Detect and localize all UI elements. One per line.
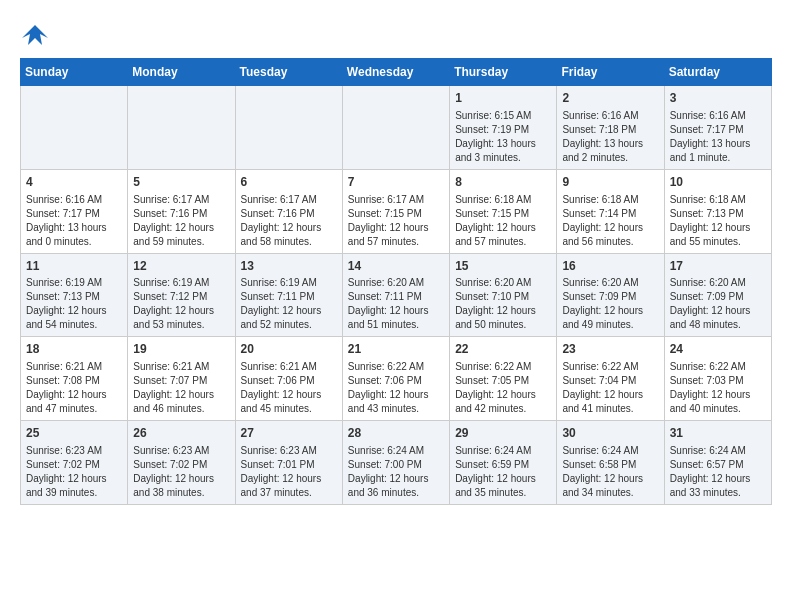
day-info: Sunrise: 6:18 AM Sunset: 7:15 PM Dayligh… (455, 193, 551, 249)
day-number: 1 (455, 90, 551, 107)
day-cell: 21Sunrise: 6:22 AM Sunset: 7:06 PM Dayli… (342, 337, 449, 421)
day-number: 16 (562, 258, 658, 275)
day-cell: 27Sunrise: 6:23 AM Sunset: 7:01 PM Dayli… (235, 421, 342, 505)
day-number: 25 (26, 425, 122, 442)
logo (20, 20, 54, 50)
calendar-table: SundayMondayTuesdayWednesdayThursdayFrid… (20, 58, 772, 505)
day-number: 27 (241, 425, 337, 442)
day-info: Sunrise: 6:17 AM Sunset: 7:15 PM Dayligh… (348, 193, 444, 249)
day-number: 13 (241, 258, 337, 275)
day-number: 19 (133, 341, 229, 358)
day-cell: 14Sunrise: 6:20 AM Sunset: 7:11 PM Dayli… (342, 253, 449, 337)
day-cell: 13Sunrise: 6:19 AM Sunset: 7:11 PM Dayli… (235, 253, 342, 337)
svg-marker-0 (22, 25, 48, 45)
day-cell (128, 86, 235, 170)
day-info: Sunrise: 6:18 AM Sunset: 7:13 PM Dayligh… (670, 193, 766, 249)
day-cell: 28Sunrise: 6:24 AM Sunset: 7:00 PM Dayli… (342, 421, 449, 505)
day-number: 28 (348, 425, 444, 442)
day-number: 5 (133, 174, 229, 191)
day-info: Sunrise: 6:22 AM Sunset: 7:03 PM Dayligh… (670, 360, 766, 416)
day-cell: 17Sunrise: 6:20 AM Sunset: 7:09 PM Dayli… (664, 253, 771, 337)
day-cell (235, 86, 342, 170)
week-row-5: 25Sunrise: 6:23 AM Sunset: 7:02 PM Dayli… (21, 421, 772, 505)
day-cell: 31Sunrise: 6:24 AM Sunset: 6:57 PM Dayli… (664, 421, 771, 505)
day-info: Sunrise: 6:20 AM Sunset: 7:09 PM Dayligh… (562, 276, 658, 332)
day-cell: 8Sunrise: 6:18 AM Sunset: 7:15 PM Daylig… (450, 169, 557, 253)
day-number: 30 (562, 425, 658, 442)
day-cell: 3Sunrise: 6:16 AM Sunset: 7:17 PM Daylig… (664, 86, 771, 170)
day-info: Sunrise: 6:20 AM Sunset: 7:10 PM Dayligh… (455, 276, 551, 332)
day-cell: 1Sunrise: 6:15 AM Sunset: 7:19 PM Daylig… (450, 86, 557, 170)
day-number: 22 (455, 341, 551, 358)
day-cell: 12Sunrise: 6:19 AM Sunset: 7:12 PM Dayli… (128, 253, 235, 337)
day-info: Sunrise: 6:21 AM Sunset: 7:08 PM Dayligh… (26, 360, 122, 416)
header-row: SundayMondayTuesdayWednesdayThursdayFrid… (21, 59, 772, 86)
week-row-4: 18Sunrise: 6:21 AM Sunset: 7:08 PM Dayli… (21, 337, 772, 421)
day-cell: 9Sunrise: 6:18 AM Sunset: 7:14 PM Daylig… (557, 169, 664, 253)
day-number: 26 (133, 425, 229, 442)
logo-icon (20, 20, 50, 50)
day-cell: 4Sunrise: 6:16 AM Sunset: 7:17 PM Daylig… (21, 169, 128, 253)
day-cell: 6Sunrise: 6:17 AM Sunset: 7:16 PM Daylig… (235, 169, 342, 253)
day-cell: 22Sunrise: 6:22 AM Sunset: 7:05 PM Dayli… (450, 337, 557, 421)
day-info: Sunrise: 6:17 AM Sunset: 7:16 PM Dayligh… (241, 193, 337, 249)
day-info: Sunrise: 6:24 AM Sunset: 6:59 PM Dayligh… (455, 444, 551, 500)
header-cell-tuesday: Tuesday (235, 59, 342, 86)
day-cell: 20Sunrise: 6:21 AM Sunset: 7:06 PM Dayli… (235, 337, 342, 421)
day-info: Sunrise: 6:24 AM Sunset: 7:00 PM Dayligh… (348, 444, 444, 500)
day-cell: 26Sunrise: 6:23 AM Sunset: 7:02 PM Dayli… (128, 421, 235, 505)
day-number: 14 (348, 258, 444, 275)
day-info: Sunrise: 6:22 AM Sunset: 7:05 PM Dayligh… (455, 360, 551, 416)
day-cell: 29Sunrise: 6:24 AM Sunset: 6:59 PM Dayli… (450, 421, 557, 505)
day-info: Sunrise: 6:19 AM Sunset: 7:13 PM Dayligh… (26, 276, 122, 332)
day-info: Sunrise: 6:16 AM Sunset: 7:17 PM Dayligh… (670, 109, 766, 165)
day-info: Sunrise: 6:20 AM Sunset: 7:09 PM Dayligh… (670, 276, 766, 332)
day-info: Sunrise: 6:17 AM Sunset: 7:16 PM Dayligh… (133, 193, 229, 249)
header-cell-friday: Friday (557, 59, 664, 86)
header-cell-saturday: Saturday (664, 59, 771, 86)
day-cell: 25Sunrise: 6:23 AM Sunset: 7:02 PM Dayli… (21, 421, 128, 505)
day-cell (342, 86, 449, 170)
day-number: 29 (455, 425, 551, 442)
day-info: Sunrise: 6:18 AM Sunset: 7:14 PM Dayligh… (562, 193, 658, 249)
day-number: 12 (133, 258, 229, 275)
day-cell: 2Sunrise: 6:16 AM Sunset: 7:18 PM Daylig… (557, 86, 664, 170)
week-row-3: 11Sunrise: 6:19 AM Sunset: 7:13 PM Dayli… (21, 253, 772, 337)
day-info: Sunrise: 6:21 AM Sunset: 7:07 PM Dayligh… (133, 360, 229, 416)
day-info: Sunrise: 6:21 AM Sunset: 7:06 PM Dayligh… (241, 360, 337, 416)
day-number: 9 (562, 174, 658, 191)
day-info: Sunrise: 6:22 AM Sunset: 7:04 PM Dayligh… (562, 360, 658, 416)
day-info: Sunrise: 6:24 AM Sunset: 6:58 PM Dayligh… (562, 444, 658, 500)
header-cell-wednesday: Wednesday (342, 59, 449, 86)
week-row-2: 4Sunrise: 6:16 AM Sunset: 7:17 PM Daylig… (21, 169, 772, 253)
day-number: 24 (670, 341, 766, 358)
week-row-1: 1Sunrise: 6:15 AM Sunset: 7:19 PM Daylig… (21, 86, 772, 170)
day-info: Sunrise: 6:22 AM Sunset: 7:06 PM Dayligh… (348, 360, 444, 416)
day-info: Sunrise: 6:16 AM Sunset: 7:18 PM Dayligh… (562, 109, 658, 165)
day-info: Sunrise: 6:23 AM Sunset: 7:02 PM Dayligh… (133, 444, 229, 500)
day-cell: 24Sunrise: 6:22 AM Sunset: 7:03 PM Dayli… (664, 337, 771, 421)
header-cell-sunday: Sunday (21, 59, 128, 86)
day-cell: 16Sunrise: 6:20 AM Sunset: 7:09 PM Dayli… (557, 253, 664, 337)
day-info: Sunrise: 6:19 AM Sunset: 7:12 PM Dayligh… (133, 276, 229, 332)
page-header (20, 20, 772, 50)
day-cell: 30Sunrise: 6:24 AM Sunset: 6:58 PM Dayli… (557, 421, 664, 505)
day-info: Sunrise: 6:19 AM Sunset: 7:11 PM Dayligh… (241, 276, 337, 332)
day-info: Sunrise: 6:15 AM Sunset: 7:19 PM Dayligh… (455, 109, 551, 165)
day-cell: 7Sunrise: 6:17 AM Sunset: 7:15 PM Daylig… (342, 169, 449, 253)
day-number: 2 (562, 90, 658, 107)
day-number: 15 (455, 258, 551, 275)
day-cell: 15Sunrise: 6:20 AM Sunset: 7:10 PM Dayli… (450, 253, 557, 337)
day-cell: 11Sunrise: 6:19 AM Sunset: 7:13 PM Dayli… (21, 253, 128, 337)
day-number: 11 (26, 258, 122, 275)
header-cell-monday: Monday (128, 59, 235, 86)
header-cell-thursday: Thursday (450, 59, 557, 86)
day-info: Sunrise: 6:23 AM Sunset: 7:02 PM Dayligh… (26, 444, 122, 500)
day-number: 17 (670, 258, 766, 275)
day-number: 3 (670, 90, 766, 107)
day-info: Sunrise: 6:20 AM Sunset: 7:11 PM Dayligh… (348, 276, 444, 332)
day-info: Sunrise: 6:23 AM Sunset: 7:01 PM Dayligh… (241, 444, 337, 500)
day-number: 8 (455, 174, 551, 191)
day-cell: 18Sunrise: 6:21 AM Sunset: 7:08 PM Dayli… (21, 337, 128, 421)
day-number: 4 (26, 174, 122, 191)
